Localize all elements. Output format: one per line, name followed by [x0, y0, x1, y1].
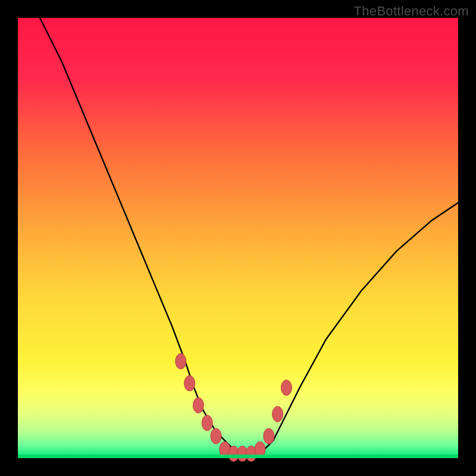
marker-point — [176, 353, 186, 369]
marker-group — [176, 353, 292, 461]
plot-area — [18, 18, 458, 458]
marker-point — [281, 380, 292, 396]
marker-point — [264, 428, 274, 444]
watermark-text: TheBottleneck.com — [354, 4, 469, 19]
chart-svg — [18, 18, 458, 458]
marker-point — [211, 428, 221, 444]
marker-point — [193, 397, 203, 413]
marker-point — [273, 406, 283, 422]
marker-point — [202, 415, 212, 431]
bottleneck-curve — [40, 18, 458, 454]
bottom-accent-strip — [18, 455, 458, 458]
marker-point — [184, 375, 195, 391]
outer-frame: TheBottleneck.com — [0, 0, 476, 476]
